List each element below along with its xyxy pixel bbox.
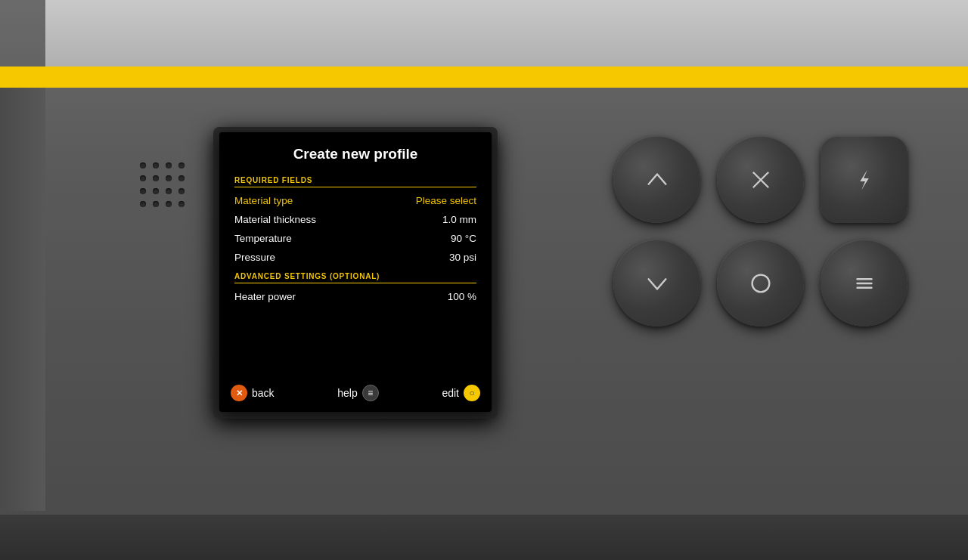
temperature-value: 90 °C xyxy=(451,233,476,244)
x-icon xyxy=(746,166,775,194)
speaker-dot xyxy=(178,162,185,169)
screen-title: Create new profile xyxy=(234,146,476,162)
pressure-value: 30 psi xyxy=(449,252,476,263)
field-row-temperature[interactable]: Temperature 90 °C xyxy=(234,233,476,244)
speaker-dot xyxy=(140,201,146,207)
material-thickness-value: 1.0 mm xyxy=(442,214,476,225)
edit-icon: ○ xyxy=(464,385,480,401)
action-bar: ✕ back help ≡ edit ○ xyxy=(219,385,492,401)
lightning-icon xyxy=(850,166,879,194)
speaker-dot xyxy=(153,188,159,194)
bottom-base xyxy=(0,515,968,560)
menu-button[interactable] xyxy=(821,240,908,326)
required-section-label: REQUIRED FIELDS xyxy=(234,176,476,187)
advanced-section-label: ADVANCED SETTINGS (OPTIONAL) xyxy=(234,272,476,283)
material-type-value: Please select xyxy=(416,195,476,206)
field-row-material-thickness[interactable]: Material thickness 1.0 mm xyxy=(234,214,476,225)
speaker-dot xyxy=(153,175,159,181)
advanced-section: ADVANCED SETTINGS (OPTIONAL) Heater powe… xyxy=(234,272,476,302)
ok-button[interactable] xyxy=(717,240,804,326)
help-icon: ≡ xyxy=(362,385,379,401)
back-action[interactable]: ✕ back xyxy=(231,385,275,401)
top-cap xyxy=(45,0,968,67)
screen-display: Create new profile REQUIRED FIELDS Mater… xyxy=(219,132,492,412)
power-button[interactable] xyxy=(821,136,908,223)
circle-icon xyxy=(746,269,775,298)
help-label: help xyxy=(337,387,357,399)
speaker-dot xyxy=(166,175,172,181)
speaker-dot xyxy=(178,201,185,207)
heater-power-value: 100 % xyxy=(448,291,476,302)
down-arrow-icon xyxy=(643,269,672,298)
menu-icon xyxy=(850,269,879,298)
field-row-material-type[interactable]: Material type Please select xyxy=(234,195,476,206)
screen-content: Create new profile REQUIRED FIELDS Mater… xyxy=(219,132,492,412)
heater-power-label: Heater power xyxy=(234,291,296,302)
speaker-grille xyxy=(140,162,186,209)
back-icon: ✕ xyxy=(231,385,247,401)
edit-label: edit xyxy=(442,387,459,399)
speaker-dot xyxy=(178,188,185,194)
speaker-dot xyxy=(153,162,159,169)
speaker-dot xyxy=(166,162,172,169)
material-type-label: Material type xyxy=(234,195,293,206)
speaker-dot xyxy=(178,175,185,181)
speaker-dot xyxy=(166,201,172,207)
field-row-heater-power[interactable]: Heater power 100 % xyxy=(234,291,476,302)
back-label: back xyxy=(252,387,275,399)
field-row-pressure[interactable]: Pressure 30 psi xyxy=(234,252,476,263)
speaker-dot xyxy=(140,188,146,194)
edit-action[interactable]: edit ○ xyxy=(442,385,480,401)
left-edge xyxy=(0,88,45,511)
speaker-dot xyxy=(153,201,159,207)
speaker-dot xyxy=(140,175,146,181)
speaker-dot xyxy=(166,188,172,194)
up-arrow-icon xyxy=(643,166,672,194)
svg-point-2 xyxy=(752,274,769,292)
speaker-dot xyxy=(140,162,146,169)
temperature-label: Temperature xyxy=(234,233,292,244)
cancel-button[interactable] xyxy=(717,136,804,223)
down-button[interactable] xyxy=(613,240,700,326)
yellow-stripe xyxy=(0,67,968,88)
help-action[interactable]: help ≡ xyxy=(337,385,378,401)
pressure-label: Pressure xyxy=(234,252,275,263)
device-body: Create new profile REQUIRED FIELDS Mater… xyxy=(0,0,968,560)
up-button[interactable] xyxy=(613,136,700,223)
button-panel xyxy=(613,136,908,326)
material-thickness-label: Material thickness xyxy=(234,214,316,225)
